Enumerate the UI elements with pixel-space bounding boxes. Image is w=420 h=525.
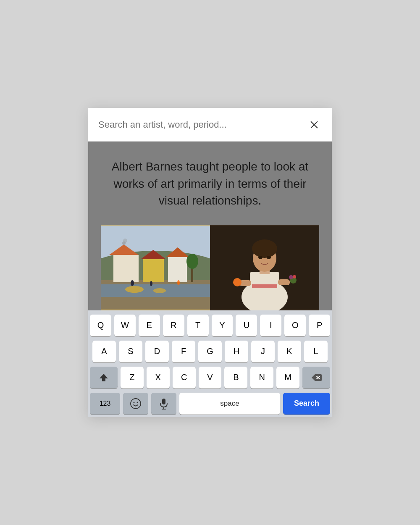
svg-rect-23 <box>250 272 279 305</box>
mic-key[interactable] <box>151 393 176 415</box>
svg-rect-24 <box>252 284 277 288</box>
quote-text: Albert Barnes taught people to look at w… <box>101 158 319 210</box>
svg-point-34 <box>289 275 293 279</box>
shift-key[interactable] <box>90 367 118 388</box>
shift-icon <box>99 373 109 383</box>
phone-container: Albert Barnes taught people to look at w… <box>88 108 332 417</box>
key-v[interactable]: V <box>199 367 222 388</box>
content-area: Albert Barnes taught people to look at w… <box>88 142 332 310</box>
close-button[interactable] <box>307 117 322 132</box>
svg-point-17 <box>123 239 127 243</box>
svg-point-41 <box>137 402 138 403</box>
search-input[interactable] <box>98 119 307 130</box>
svg-point-27 <box>252 239 277 258</box>
svg-marker-36 <box>100 374 108 381</box>
key-b[interactable]: B <box>224 367 247 388</box>
key-c[interactable]: C <box>173 367 196 388</box>
svg-rect-10 <box>168 257 187 282</box>
svg-point-13 <box>153 288 166 293</box>
space-key[interactable]: space <box>179 393 280 415</box>
key-z[interactable]: Z <box>121 367 144 388</box>
key-t[interactable]: T <box>187 315 209 336</box>
painting-portrait <box>210 225 319 310</box>
svg-point-18 <box>131 280 134 286</box>
svg-point-39 <box>131 399 141 409</box>
svg-rect-42 <box>162 399 165 404</box>
svg-rect-32 <box>278 279 290 285</box>
key-j[interactable]: J <box>251 341 275 362</box>
key-g[interactable]: G <box>198 341 222 362</box>
key-r[interactable]: R <box>163 315 184 336</box>
numbers-key[interactable]: 123 <box>90 393 120 415</box>
key-u[interactable]: U <box>236 315 257 336</box>
svg-point-15 <box>186 254 198 269</box>
key-a[interactable]: A <box>92 341 116 362</box>
svg-point-35 <box>293 275 296 278</box>
key-n[interactable]: N <box>250 367 273 388</box>
key-m[interactable]: M <box>276 367 299 388</box>
keyboard-row-bottom: 123 space Search <box>90 393 330 415</box>
key-q[interactable]: Q <box>90 315 111 336</box>
key-i[interactable]: I <box>260 315 281 336</box>
key-d[interactable]: D <box>145 341 169 362</box>
key-p[interactable]: P <box>309 315 330 336</box>
painting-village <box>101 225 210 310</box>
key-w[interactable]: W <box>114 315 136 336</box>
emoji-key[interactable] <box>123 393 148 415</box>
key-s[interactable]: S <box>119 341 142 362</box>
key-k[interactable]: K <box>278 341 301 362</box>
key-f[interactable]: F <box>172 341 195 362</box>
key-e[interactable]: E <box>139 315 160 336</box>
svg-rect-8 <box>143 259 164 282</box>
mic-icon <box>159 398 169 410</box>
key-h[interactable]: H <box>225 341 248 362</box>
keyboard-row-3: Z X C V B N M <box>90 367 330 388</box>
search-button[interactable]: Search <box>283 393 330 415</box>
svg-point-31 <box>233 278 242 286</box>
keyboard: Q W E R T Y U I O P A S D F G H J K L <box>88 310 332 417</box>
backspace-icon <box>311 373 322 382</box>
key-x[interactable]: X <box>147 367 170 388</box>
svg-point-19 <box>150 281 152 286</box>
key-y[interactable]: Y <box>212 315 233 336</box>
svg-rect-6 <box>113 255 139 282</box>
svg-point-29 <box>267 256 271 259</box>
backspace-key[interactable] <box>302 367 330 388</box>
svg-point-20 <box>177 280 180 285</box>
keyboard-row-2: A S D F G H J K L <box>90 341 330 362</box>
svg-point-28 <box>258 256 262 259</box>
key-l[interactable]: L <box>304 341 328 362</box>
svg-point-40 <box>134 402 135 403</box>
art-grid <box>101 225 319 310</box>
search-bar <box>88 108 332 142</box>
keyboard-row-1: Q W E R T Y U I O P <box>90 315 330 336</box>
key-o[interactable]: O <box>284 315 306 336</box>
svg-point-12 <box>125 286 144 293</box>
emoji-icon <box>130 398 142 410</box>
